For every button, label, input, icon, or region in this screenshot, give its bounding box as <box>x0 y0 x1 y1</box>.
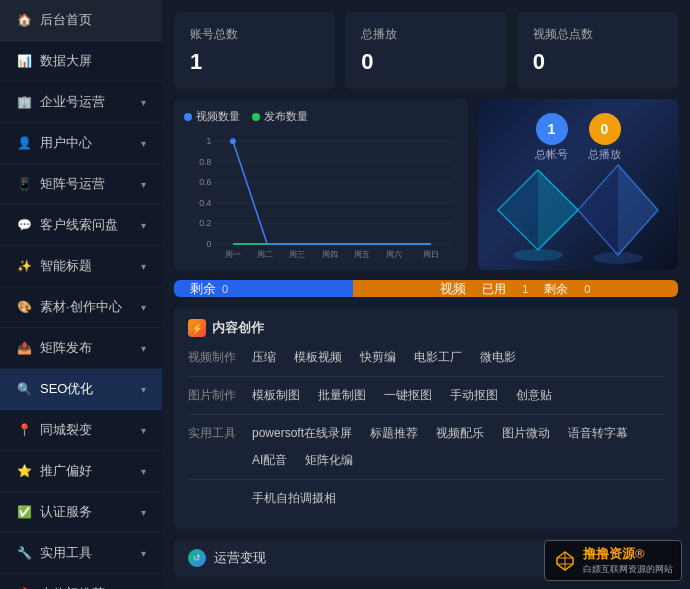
sidebar-item-9[interactable]: 🔍 SEO优化 ▾ <box>0 369 162 410</box>
image-production-items: 模板制图 批量制图 一键抠图 手动抠图 创意贴 <box>248 385 556 406</box>
tools-items: powersoft在线录屏 标题推荐 视频配乐 图片微动 语音转字幕 AI配音 … <box>248 423 664 471</box>
sidebar-item-6[interactable]: ✨ 智能标题 ▾ <box>0 246 162 287</box>
sidebar-label-8: 矩阵发布 <box>40 339 92 357</box>
tab-video[interactable]: 视频 已用 1 剩余 0 <box>353 280 678 297</box>
svg-point-27 <box>593 252 643 264</box>
sidebar-item-3[interactable]: 👤 用户中心 ▾ <box>0 123 162 164</box>
chevron-13: ▾ <box>141 548 146 559</box>
svg-point-26 <box>513 249 563 261</box>
chevron-2: ▾ <box>141 97 146 108</box>
chart-area: 视频数量 发布数量 1 0.8 0.6 0.4 <box>174 99 468 270</box>
video-production-items: 压缩 模板视频 快剪编 电影工厂 微电影 <box>248 347 520 368</box>
sidebar-item-left-12: ✅ 认证服务 <box>16 503 92 521</box>
chart-legend: 视频数量 发布数量 <box>184 109 458 124</box>
sidebar-item-7[interactable]: 🎨 素材·创作中心 ▾ <box>0 287 162 328</box>
sidebar-label-1: 数据大屏 <box>40 52 92 70</box>
tab-remaining[interactable]: 剩余 0 <box>174 280 353 297</box>
svg-text:周五: 周五 <box>354 250 370 259</box>
visual-badge-1: 0 总播放 <box>588 113 621 162</box>
video-production-row: 视频制作 压缩 模板视频 快剪编 电影工厂 微电影 <box>188 347 664 368</box>
sidebar-label-10: 同城裂变 <box>40 421 92 439</box>
item-selfie-camera[interactable]: 手机自拍调摄相 <box>248 488 340 509</box>
item-ai-voice[interactable]: AI配音 <box>248 450 291 471</box>
item-movie-factory[interactable]: 电影工厂 <box>410 347 466 368</box>
item-title-recommend[interactable]: 标题推荐 <box>366 423 422 444</box>
sidebar: 🏠 后台首页 📊 数据大屏 🏢 企业号运营 ▾ 👤 用户中心 ▾ <box>0 0 162 589</box>
sidebar-item-left-14: 🔥 上热门推荐 <box>16 585 105 589</box>
visual-area: 1 总帐号 0 总播放 <box>478 99 678 270</box>
stat-card-0: 账号总数 1 <box>174 12 335 89</box>
sidebar-icon-7: 🎨 <box>16 299 32 315</box>
sidebar-label-9: SEO优化 <box>40 380 93 398</box>
sidebar-item-left-2: 🏢 企业号运营 <box>16 93 105 111</box>
sidebar-item-left-0: 🏠 后台首页 <box>16 11 92 29</box>
item-compress[interactable]: 压缩 <box>248 347 280 368</box>
sidebar-icon-5: 💬 <box>16 217 32 233</box>
item-matrix-edit[interactable]: 矩阵化编 <box>301 450 357 471</box>
sidebar-item-10[interactable]: 📍 同城裂变 ▾ <box>0 410 162 451</box>
item-auto-cutout[interactable]: 一键抠图 <box>380 385 436 406</box>
chart-svg: 1 0.8 0.6 0.4 0.2 0 周一 周二 周三 <box>184 130 458 260</box>
chevron-4: ▾ <box>141 179 146 190</box>
sidebar-icon-3: 👤 <box>16 135 32 151</box>
stat-label-0: 账号总数 <box>190 26 319 43</box>
item-manual-cutout[interactable]: 手动抠图 <box>446 385 502 406</box>
sidebar-item-left-5: 💬 客户线索问盘 <box>16 216 118 234</box>
sidebar-item-8[interactable]: 📤 矩阵发布 ▾ <box>0 328 162 369</box>
sidebar-item-14[interactable]: 🔥 上热门推荐 ▾ <box>0 574 162 589</box>
sidebar-item-2[interactable]: 🏢 企业号运营 ▾ <box>0 82 162 123</box>
item-image-motion[interactable]: 图片微动 <box>498 423 554 444</box>
sidebar-item-left-8: 📤 矩阵发布 <box>16 339 92 357</box>
content-creation-section: ⚡ 内容创作 视频制作 压缩 模板视频 快剪编 电影工厂 微电影 图片制作 模板… <box>174 307 678 529</box>
item-micro-movie[interactable]: 微电影 <box>476 347 520 368</box>
item-template-image[interactable]: 模板制图 <box>248 385 304 406</box>
item-speech-subtitle[interactable]: 语音转字幕 <box>564 423 632 444</box>
sidebar-icon-8: 📤 <box>16 340 32 356</box>
sidebar-item-11[interactable]: ⭐ 推广偏好 ▾ <box>0 451 162 492</box>
sidebar-label-2: 企业号运营 <box>40 93 105 111</box>
chevron-12: ▾ <box>141 507 146 518</box>
chevron-8: ▾ <box>141 343 146 354</box>
sidebar-item-left-7: 🎨 素材·创作中心 <box>16 298 122 316</box>
item-quick-cut[interactable]: 快剪编 <box>356 347 400 368</box>
svg-text:周六: 周六 <box>386 250 402 259</box>
sidebar-icon-0: 🏠 <box>16 12 32 28</box>
sidebar-icon-2: 🏢 <box>16 94 32 110</box>
tab-video-remaining-label: 剩余 <box>544 281 568 298</box>
svg-marker-24 <box>618 165 658 255</box>
badge-label-0: 总帐号 <box>535 147 568 162</box>
sidebar-label-13: 实用工具 <box>40 544 92 562</box>
legend-item-0: 视频数量 <box>184 109 240 124</box>
watermark-brand: 撸撸资源® <box>583 545 673 563</box>
sidebar-item-12[interactable]: ✅ 认证服务 ▾ <box>0 492 162 533</box>
sidebar-label-5: 客户线索问盘 <box>40 216 118 234</box>
chevron-10: ▾ <box>141 425 146 436</box>
sidebar-label-0: 后台首页 <box>40 11 92 29</box>
sidebar-item-13[interactable]: 🔧 实用工具 ▾ <box>0 533 162 574</box>
sidebar-item-0[interactable]: 🏠 后台首页 <box>0 0 162 41</box>
svg-text:周日: 周日 <box>423 250 439 259</box>
watermark-subtitle: 白嫖互联网资源的网站 <box>583 563 673 576</box>
item-creative-sticker[interactable]: 创意贴 <box>512 385 556 406</box>
sidebar-item-4[interactable]: 📱 矩阵号运营 ▾ <box>0 164 162 205</box>
sidebar-label-7: 素材·创作中心 <box>40 298 122 316</box>
item-video-music[interactable]: 视频配乐 <box>432 423 488 444</box>
svg-marker-22 <box>498 170 538 250</box>
sidebar-item-1[interactable]: 📊 数据大屏 <box>0 41 162 82</box>
sidebar-icon-12: ✅ <box>16 504 32 520</box>
sidebar-item-5[interactable]: 💬 客户线索问盘 ▾ <box>0 205 162 246</box>
stat-value-1: 0 <box>361 49 490 75</box>
svg-text:周四: 周四 <box>322 250 338 259</box>
sidebar-item-left-10: 📍 同城裂变 <box>16 421 92 439</box>
svg-text:0.8: 0.8 <box>199 157 211 167</box>
main-content: 账号总数 1 总播放 0 视频总点数 0 视频数量 发布数量 <box>162 0 690 589</box>
watermark-logo-icon <box>553 549 577 573</box>
sidebar-label-12: 认证服务 <box>40 503 92 521</box>
item-screen-record[interactable]: powersoft在线录屏 <box>248 423 356 444</box>
visual-badges: 1 总帐号 0 总播放 <box>535 113 621 162</box>
tab-remaining-count: 0 <box>222 283 228 295</box>
svg-text:周一: 周一 <box>225 250 241 259</box>
item-template-video[interactable]: 模板视频 <box>290 347 346 368</box>
item-batch-image[interactable]: 批量制图 <box>314 385 370 406</box>
svg-text:0.2: 0.2 <box>199 218 211 228</box>
